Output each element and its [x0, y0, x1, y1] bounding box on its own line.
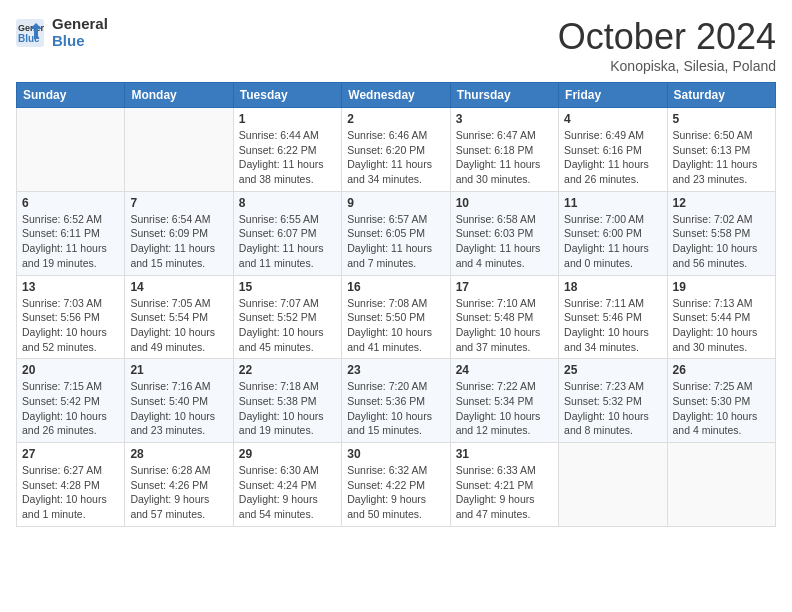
- day-number: 19: [673, 280, 770, 294]
- table-row: 4Sunrise: 6:49 AMSunset: 6:16 PMDaylight…: [559, 108, 667, 192]
- table-row: 14Sunrise: 7:05 AMSunset: 5:54 PMDayligh…: [125, 275, 233, 359]
- day-info: Sunrise: 7:10 AMSunset: 5:48 PMDaylight:…: [456, 296, 553, 355]
- table-row: 19Sunrise: 7:13 AMSunset: 5:44 PMDayligh…: [667, 275, 775, 359]
- day-info: Sunrise: 6:30 AMSunset: 4:24 PMDaylight:…: [239, 463, 336, 522]
- day-number: 24: [456, 363, 553, 377]
- table-row: 15Sunrise: 7:07 AMSunset: 5:52 PMDayligh…: [233, 275, 341, 359]
- day-number: 10: [456, 196, 553, 210]
- table-row: 18Sunrise: 7:11 AMSunset: 5:46 PMDayligh…: [559, 275, 667, 359]
- table-row: 5Sunrise: 6:50 AMSunset: 6:13 PMDaylight…: [667, 108, 775, 192]
- day-info: Sunrise: 7:08 AMSunset: 5:50 PMDaylight:…: [347, 296, 444, 355]
- table-row: 6Sunrise: 6:52 AMSunset: 6:11 PMDaylight…: [17, 191, 125, 275]
- table-row: 27Sunrise: 6:27 AMSunset: 4:28 PMDayligh…: [17, 443, 125, 527]
- table-row: 13Sunrise: 7:03 AMSunset: 5:56 PMDayligh…: [17, 275, 125, 359]
- day-number: 20: [22, 363, 119, 377]
- day-number: 5: [673, 112, 770, 126]
- table-row: 24Sunrise: 7:22 AMSunset: 5:34 PMDayligh…: [450, 359, 558, 443]
- day-info: Sunrise: 7:23 AMSunset: 5:32 PMDaylight:…: [564, 379, 661, 438]
- col-sunday: Sunday: [17, 83, 125, 108]
- day-info: Sunrise: 6:28 AMSunset: 4:26 PMDaylight:…: [130, 463, 227, 522]
- day-info: Sunrise: 6:57 AMSunset: 6:05 PMDaylight:…: [347, 212, 444, 271]
- table-row: [667, 443, 775, 527]
- col-wednesday: Wednesday: [342, 83, 450, 108]
- day-number: 7: [130, 196, 227, 210]
- day-number: 1: [239, 112, 336, 126]
- calendar-week-row: 20Sunrise: 7:15 AMSunset: 5:42 PMDayligh…: [17, 359, 776, 443]
- day-number: 17: [456, 280, 553, 294]
- day-info: Sunrise: 7:02 AMSunset: 5:58 PMDaylight:…: [673, 212, 770, 271]
- logo-general: General: [52, 16, 108, 33]
- day-info: Sunrise: 6:46 AMSunset: 6:20 PMDaylight:…: [347, 128, 444, 187]
- month-title: October 2024: [558, 16, 776, 58]
- table-row: 3Sunrise: 6:47 AMSunset: 6:18 PMDaylight…: [450, 108, 558, 192]
- table-row: 29Sunrise: 6:30 AMSunset: 4:24 PMDayligh…: [233, 443, 341, 527]
- day-info: Sunrise: 6:33 AMSunset: 4:21 PMDaylight:…: [456, 463, 553, 522]
- day-number: 12: [673, 196, 770, 210]
- calendar-week-row: 6Sunrise: 6:52 AMSunset: 6:11 PMDaylight…: [17, 191, 776, 275]
- day-number: 6: [22, 196, 119, 210]
- col-monday: Monday: [125, 83, 233, 108]
- day-info: Sunrise: 7:13 AMSunset: 5:44 PMDaylight:…: [673, 296, 770, 355]
- day-number: 31: [456, 447, 553, 461]
- table-row: 25Sunrise: 7:23 AMSunset: 5:32 PMDayligh…: [559, 359, 667, 443]
- table-row: 26Sunrise: 7:25 AMSunset: 5:30 PMDayligh…: [667, 359, 775, 443]
- day-number: 15: [239, 280, 336, 294]
- calendar-week-row: 27Sunrise: 6:27 AMSunset: 4:28 PMDayligh…: [17, 443, 776, 527]
- day-number: 3: [456, 112, 553, 126]
- day-info: Sunrise: 7:20 AMSunset: 5:36 PMDaylight:…: [347, 379, 444, 438]
- day-number: 9: [347, 196, 444, 210]
- col-friday: Friday: [559, 83, 667, 108]
- calendar-week-row: 1Sunrise: 6:44 AMSunset: 6:22 PMDaylight…: [17, 108, 776, 192]
- table-row: 22Sunrise: 7:18 AMSunset: 5:38 PMDayligh…: [233, 359, 341, 443]
- table-row: 28Sunrise: 6:28 AMSunset: 4:26 PMDayligh…: [125, 443, 233, 527]
- calendar-header-row: Sunday Monday Tuesday Wednesday Thursday…: [17, 83, 776, 108]
- logo: General Blue General Blue: [16, 16, 108, 49]
- table-row: 12Sunrise: 7:02 AMSunset: 5:58 PMDayligh…: [667, 191, 775, 275]
- day-info: Sunrise: 6:32 AMSunset: 4:22 PMDaylight:…: [347, 463, 444, 522]
- table-row: 10Sunrise: 6:58 AMSunset: 6:03 PMDayligh…: [450, 191, 558, 275]
- day-number: 22: [239, 363, 336, 377]
- day-number: 30: [347, 447, 444, 461]
- day-number: 26: [673, 363, 770, 377]
- table-row: 7Sunrise: 6:54 AMSunset: 6:09 PMDaylight…: [125, 191, 233, 275]
- table-row: 20Sunrise: 7:15 AMSunset: 5:42 PMDayligh…: [17, 359, 125, 443]
- table-row: 30Sunrise: 6:32 AMSunset: 4:22 PMDayligh…: [342, 443, 450, 527]
- day-info: Sunrise: 6:47 AMSunset: 6:18 PMDaylight:…: [456, 128, 553, 187]
- day-number: 8: [239, 196, 336, 210]
- col-thursday: Thursday: [450, 83, 558, 108]
- day-number: 21: [130, 363, 227, 377]
- day-number: 11: [564, 196, 661, 210]
- logo-blue: Blue: [52, 33, 108, 50]
- day-info: Sunrise: 6:50 AMSunset: 6:13 PMDaylight:…: [673, 128, 770, 187]
- day-number: 14: [130, 280, 227, 294]
- table-row: 8Sunrise: 6:55 AMSunset: 6:07 PMDaylight…: [233, 191, 341, 275]
- table-row: [125, 108, 233, 192]
- table-row: [17, 108, 125, 192]
- day-info: Sunrise: 6:49 AMSunset: 6:16 PMDaylight:…: [564, 128, 661, 187]
- day-number: 25: [564, 363, 661, 377]
- day-info: Sunrise: 7:18 AMSunset: 5:38 PMDaylight:…: [239, 379, 336, 438]
- day-info: Sunrise: 6:55 AMSunset: 6:07 PMDaylight:…: [239, 212, 336, 271]
- table-row: 21Sunrise: 7:16 AMSunset: 5:40 PMDayligh…: [125, 359, 233, 443]
- day-number: 18: [564, 280, 661, 294]
- day-info: Sunrise: 6:44 AMSunset: 6:22 PMDaylight:…: [239, 128, 336, 187]
- day-number: 2: [347, 112, 444, 126]
- day-info: Sunrise: 6:27 AMSunset: 4:28 PMDaylight:…: [22, 463, 119, 522]
- day-number: 16: [347, 280, 444, 294]
- table-row: 1Sunrise: 6:44 AMSunset: 6:22 PMDaylight…: [233, 108, 341, 192]
- day-info: Sunrise: 7:03 AMSunset: 5:56 PMDaylight:…: [22, 296, 119, 355]
- col-tuesday: Tuesday: [233, 83, 341, 108]
- day-info: Sunrise: 7:11 AMSunset: 5:46 PMDaylight:…: [564, 296, 661, 355]
- title-section: October 2024 Konopiska, Silesia, Poland: [558, 16, 776, 74]
- day-info: Sunrise: 7:07 AMSunset: 5:52 PMDaylight:…: [239, 296, 336, 355]
- table-row: 2Sunrise: 6:46 AMSunset: 6:20 PMDaylight…: [342, 108, 450, 192]
- day-info: Sunrise: 6:54 AMSunset: 6:09 PMDaylight:…: [130, 212, 227, 271]
- day-number: 29: [239, 447, 336, 461]
- day-info: Sunrise: 7:05 AMSunset: 5:54 PMDaylight:…: [130, 296, 227, 355]
- day-info: Sunrise: 7:22 AMSunset: 5:34 PMDaylight:…: [456, 379, 553, 438]
- day-info: Sunrise: 7:15 AMSunset: 5:42 PMDaylight:…: [22, 379, 119, 438]
- table-row: 16Sunrise: 7:08 AMSunset: 5:50 PMDayligh…: [342, 275, 450, 359]
- day-number: 4: [564, 112, 661, 126]
- table-row: 17Sunrise: 7:10 AMSunset: 5:48 PMDayligh…: [450, 275, 558, 359]
- day-info: Sunrise: 6:52 AMSunset: 6:11 PMDaylight:…: [22, 212, 119, 271]
